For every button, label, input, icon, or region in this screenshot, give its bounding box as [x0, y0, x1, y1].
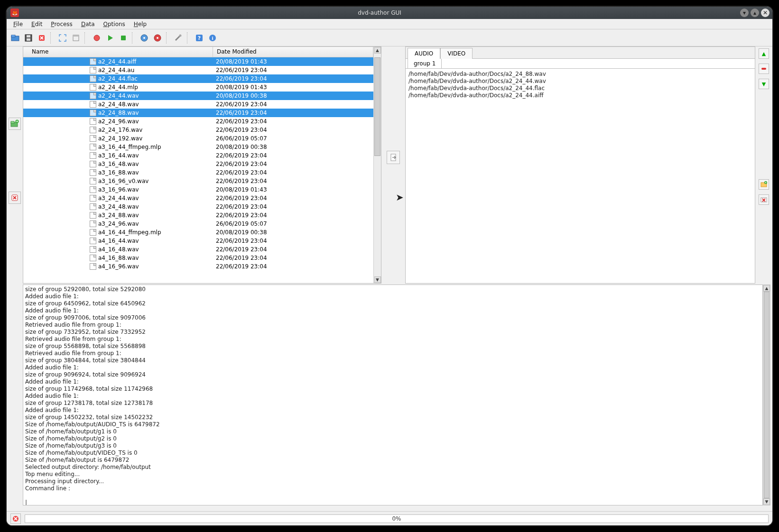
close-button[interactable]: ✕: [761, 9, 770, 17]
record-icon[interactable]: [91, 32, 102, 44]
log-line: Added audio file 1:: [25, 293, 760, 300]
file-row[interactable]: a3_24_48.wav22/06/2019 23:04: [23, 202, 373, 211]
help-icon[interactable]: ?: [194, 32, 205, 44]
minimize-button[interactable]: ▾: [740, 9, 749, 17]
add-to-group-button[interactable]: [387, 151, 400, 164]
log-line: Added audio file 1:: [25, 378, 760, 385]
file-row[interactable]: a3_24_96.wav26/06/2019 05:07: [23, 220, 373, 228]
file-row[interactable]: a3_16_96_v0.wav22/06/2019 23:04: [23, 177, 373, 185]
file-row[interactable]: a3_16_88.wav22/06/2019 23:04: [23, 168, 373, 177]
log-scroll-down-icon[interactable]: ▼: [763, 498, 770, 505]
scroll-up-icon[interactable]: ▲: [374, 47, 381, 54]
save-icon[interactable]: [23, 32, 34, 44]
file-row[interactable]: a2_24_176.wav22/06/2019 23:04: [23, 126, 373, 134]
file-date: 22/06/2019 23:04: [213, 246, 373, 253]
tab-group-1[interactable]: group 1: [408, 58, 442, 68]
file-row[interactable]: a2_24_44.wav20/08/2019 00:38: [23, 92, 373, 100]
delete-group-button[interactable]: [759, 194, 769, 205]
right-pane: AUDIO VIDEO group 1 /home/fab/Dev/dvda-a…: [405, 46, 772, 284]
menu-help[interactable]: Help: [130, 20, 150, 28]
file-row[interactable]: a4_16_44.wav22/06/2019 23:04: [23, 237, 373, 245]
group-box: AUDIO VIDEO group 1 /home/fab/Dev/dvda-a…: [405, 46, 755, 284]
scrollbar-thumb[interactable]: [374, 57, 380, 156]
file-row[interactable]: a4_16_48.wav22/06/2019 23:04: [23, 245, 373, 254]
menu-process[interactable]: Process: [47, 20, 76, 28]
stop-process-button[interactable]: [10, 514, 21, 524]
file-row[interactable]: a2_24_96.wav22/06/2019 23:04: [23, 117, 373, 126]
menu-edit[interactable]: Edit: [28, 20, 46, 28]
file-name: a3_24_44.wav: [98, 195, 139, 202]
menu-file[interactable]: File: [9, 20, 27, 28]
titlebar[interactable]: 🦊 dvd-author GUI ▾ ▴ ✕: [7, 7, 772, 19]
disc-red-icon[interactable]: [152, 32, 163, 44]
svg-point-8: [94, 35, 100, 41]
file-row[interactable]: a3_16_96.wav20/08/2019 01:43: [23, 185, 373, 194]
log-scrollbar[interactable]: ▲ ▼: [763, 284, 770, 505]
log-line: Added audio file 1:: [25, 364, 760, 371]
file-name: a2_24_176.wav: [98, 127, 142, 133]
file-row[interactable]: a4_16_96.wav22/06/2019 23:04: [23, 262, 373, 271]
tab-video[interactable]: VIDEO: [440, 48, 473, 59]
remove-button[interactable]: [9, 192, 21, 204]
file-browser: Name Date Modified ▲ a2_24_44.aiff20/08/…: [23, 46, 381, 284]
file-row[interactable]: a2_24_44.mlp20/08/2019 01:43: [23, 83, 373, 92]
file-date: 22/06/2019 23:04: [213, 75, 373, 82]
disc-blue-icon[interactable]: [139, 32, 150, 44]
file-icon: [90, 246, 96, 253]
log-output[interactable]: size of group 5292080, total size 529208…: [23, 284, 763, 505]
window-icon[interactable]: [70, 32, 82, 44]
file-name: a2_24_44.flac: [98, 75, 138, 82]
log-line: Size of /home/fab/output is 6479872: [25, 457, 760, 464]
new-group-button[interactable]: [759, 179, 769, 190]
menubar: File Edit Process Data Options Help: [7, 19, 772, 29]
group-file-item[interactable]: /home/fab/Dev/dvda-author/Docs/a2_24_44.…: [408, 92, 752, 99]
file-row[interactable]: a2_24_44.au22/06/2019 23:04: [23, 66, 373, 74]
group-file-item[interactable]: /home/fab/Dev/dvda-author/Docs/a2_24_44.…: [408, 85, 752, 92]
column-name-header[interactable]: Name: [23, 47, 213, 57]
file-row[interactable]: a4_16_88.wav22/06/2019 23:04: [23, 254, 373, 262]
file-row[interactable]: a2_24_88.wav22/06/2019 23:04: [23, 109, 373, 117]
file-row[interactable]: a3_16_44_ffmpeg.mlp20/08/2019 00:38: [23, 143, 373, 151]
file-row[interactable]: a3_24_44.wav22/06/2019 23:04: [23, 194, 373, 202]
file-row[interactable]: a3_24_88.wav22/06/2019 23:04: [23, 211, 373, 220]
column-date-header[interactable]: Date Modified: [213, 47, 373, 57]
group-file-item[interactable]: /home/fab/Dev/dvda-author/Docs/a2_24_44.…: [408, 78, 752, 85]
log-scroll-up-icon[interactable]: ▲: [763, 285, 770, 292]
file-row[interactable]: a2_24_44.flac22/06/2019 23:04: [23, 74, 373, 83]
log-line: size of group 5292080, total size 529208…: [25, 286, 760, 293]
delete-icon[interactable]: [36, 32, 47, 44]
play-icon[interactable]: [104, 32, 116, 44]
svg-text:?: ?: [198, 35, 201, 41]
file-scrollbar[interactable]: ▼: [373, 57, 381, 283]
scroll-down-icon[interactable]: ▼: [374, 276, 381, 283]
log-scrollbar-thumb[interactable]: [764, 292, 770, 498]
group-file-item[interactable]: /home/fab/Dev/dvda-author/Docs/a2_24_88.…: [408, 71, 752, 78]
menu-options[interactable]: Options: [100, 20, 129, 28]
fullscreen-icon[interactable]: [57, 32, 68, 44]
move-up-button[interactable]: ▲: [759, 48, 769, 59]
file-row[interactable]: a2_24_48.wav22/06/2019 23:04: [23, 100, 373, 109]
info-icon[interactable]: i: [207, 32, 218, 44]
maximize-button[interactable]: ▴: [751, 9, 759, 17]
group-file-list[interactable]: /home/fab/Dev/dvda-author/Docs/a2_24_88.…: [406, 69, 755, 283]
log-line: Size of /home/fab/output/VIDEO_TS is 0: [25, 449, 760, 457]
file-row[interactable]: a4_16_44_ffmpeg.mlp20/08/2019 00:38: [23, 228, 373, 237]
file-date: 20/08/2019 01:43: [213, 186, 373, 193]
open-icon[interactable]: [9, 32, 21, 44]
file-row[interactable]: a3_16_44.wav22/06/2019 23:04: [23, 151, 373, 160]
move-down-button[interactable]: ▼: [759, 79, 769, 89]
file-name: a3_16_48.wav: [98, 161, 139, 167]
file-row[interactable]: a2_24_192.wav26/06/2019 05:07: [23, 134, 373, 143]
log-line: Retrieved audio file from group 1:: [25, 321, 760, 329]
stop-icon[interactable]: [118, 32, 129, 44]
tab-audio[interactable]: AUDIO: [408, 48, 440, 59]
menu-data[interactable]: Data: [77, 20, 99, 28]
log-line: Command line :: [25, 485, 760, 492]
file-row[interactable]: a2_24_44.aiff20/08/2019 01:43: [23, 57, 373, 66]
remove-item-button[interactable]: [759, 64, 769, 74]
log-line: size of group 6450962, total size 645096…: [25, 300, 760, 307]
file-row[interactable]: a3_16_48.wav22/06/2019 23:04: [23, 160, 373, 168]
file-date: 26/06/2019 05:07: [213, 135, 373, 142]
settings-icon[interactable]: [173, 32, 184, 44]
add-folder-button[interactable]: [9, 118, 21, 130]
